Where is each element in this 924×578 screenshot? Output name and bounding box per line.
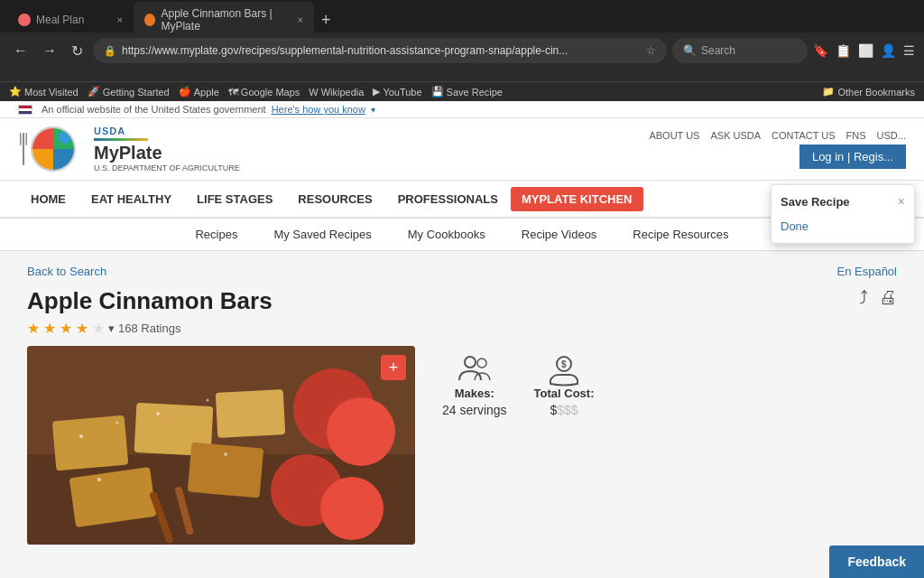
login-button[interactable]: Log in | Regis... bbox=[799, 144, 906, 169]
header-top-links: ABOUT US ASK USDA CONTACT US FNS USD... bbox=[649, 130, 906, 141]
svg-point-23 bbox=[477, 359, 486, 368]
fork-plate-logo bbox=[18, 126, 85, 172]
header-top-right: ABOUT US ASK USDA CONTACT US FNS USD... … bbox=[649, 130, 906, 169]
popup-close-button[interactable]: × bbox=[898, 194, 905, 209]
cost-label: Total Cost: bbox=[534, 387, 595, 400]
recipe-stats-row: Makes: 24 servings $ Total Cost: $$$$ bbox=[442, 355, 897, 417]
ask-usda-link[interactable]: ASK USDA bbox=[710, 130, 761, 141]
usd-link[interactable]: USD... bbox=[877, 130, 906, 141]
profile-icon[interactable]: 👤 bbox=[881, 43, 896, 58]
svg-rect-2 bbox=[26, 133, 28, 145]
popup-done-button[interactable]: Done bbox=[781, 219, 808, 233]
tab-favicon-1 bbox=[18, 14, 31, 26]
new-tab-button[interactable]: + bbox=[321, 11, 331, 30]
recipe-info: Makes: 24 servings $ Total Cost: $$$$ bbox=[442, 346, 897, 545]
nav-home[interactable]: HOME bbox=[18, 183, 79, 215]
tab-myplate[interactable]: Apple Cinnamon Bars | MyPlate × bbox=[134, 2, 314, 38]
rating-count: 168 Ratings bbox=[118, 322, 180, 335]
recipe-image: + bbox=[27, 346, 415, 545]
dropdown-chevron-icon: ▾ bbox=[371, 105, 375, 115]
share-button[interactable]: ⤴ bbox=[859, 287, 868, 308]
star-5: ★ bbox=[92, 320, 105, 337]
bookmark-getting-started[interactable]: 🚀 Getting Started bbox=[88, 86, 170, 98]
food-visual bbox=[27, 346, 415, 545]
svg-text:$: $ bbox=[561, 359, 567, 369]
browser-search-bar[interactable]: 🔍 Search bbox=[672, 38, 808, 63]
add-to-cookbook-button[interactable]: + bbox=[381, 355, 406, 380]
refresh-button[interactable]: ↻ bbox=[67, 41, 88, 61]
makes-value: 24 servings bbox=[442, 403, 507, 417]
bookmark-google-maps[interactable]: 🗺 Google Maps bbox=[228, 87, 300, 98]
star-icon[interactable]: ☆ bbox=[646, 44, 656, 57]
tab-close-2[interactable]: × bbox=[298, 14, 303, 25]
subnav-recipes[interactable]: Recipes bbox=[195, 228, 237, 241]
subnav-recipe-resources[interactable]: Recipe Resources bbox=[633, 228, 728, 241]
cost-block: $ Total Cost: $$$$ bbox=[534, 355, 595, 417]
bookmark-wikipedia[interactable]: W Wikipedia bbox=[309, 87, 364, 98]
svg-point-19 bbox=[207, 399, 209, 402]
bookmark-save-recipe[interactable]: 💾 Save Recipe bbox=[431, 86, 503, 98]
nav-resources[interactable]: RESOURCES bbox=[285, 183, 384, 215]
bookmarks-bar: ⭐ Most Visited 🚀 Getting Started 🍎 Apple… bbox=[0, 81, 924, 101]
recipe-title: Apple Cinnamon Bars bbox=[27, 287, 273, 315]
forward-button[interactable]: → bbox=[38, 41, 61, 61]
subnav-cookbooks[interactable]: My Cookbooks bbox=[408, 228, 485, 241]
bookmark-icon[interactable]: 🔖 bbox=[813, 43, 828, 58]
star-2: ★ bbox=[43, 320, 56, 337]
usda-badge: USDA MyPlate U.S. DEPARTMENT OF AGRICULT… bbox=[94, 126, 240, 172]
back-button[interactable]: ← bbox=[9, 41, 32, 61]
feedback-button[interactable]: Feedback bbox=[829, 545, 924, 578]
contact-us-link[interactable]: CONTACT US bbox=[772, 130, 836, 141]
main-content: Back to Search En Español Apple Cinnamon… bbox=[0, 251, 924, 578]
bookmark-youtube[interactable]: ▶ YouTube bbox=[373, 86, 421, 98]
tab-meal-plan[interactable]: Meal Plan × bbox=[7, 8, 134, 32]
address-bar[interactable]: 🔒 https://www.myplate.gov/recipes/supple… bbox=[93, 38, 667, 63]
myplate-circle-icon bbox=[31, 126, 76, 172]
site-header: USDA MyPlate U.S. DEPARTMENT OF AGRICULT… bbox=[0, 118, 924, 181]
food-image-svg bbox=[27, 346, 415, 545]
subnav-recipe-videos[interactable]: Recipe Videos bbox=[522, 228, 597, 241]
windows-icon[interactable]: ⬜ bbox=[858, 43, 873, 58]
bookmark-apple[interactable]: 🍎 Apple bbox=[179, 86, 219, 98]
nav-myplate-kitchen[interactable]: MYPLATE KITCHEN bbox=[511, 187, 643, 211]
makes-label: Makes: bbox=[455, 387, 494, 400]
nav-life-stages[interactable]: LIFE STAGES bbox=[184, 183, 285, 215]
heres-how-link[interactable]: Here's how you know bbox=[272, 104, 365, 115]
svg-point-11 bbox=[327, 397, 395, 466]
print-button[interactable]: 🖨 bbox=[879, 287, 897, 308]
nav-professionals[interactable]: PROFESSIONALS bbox=[385, 183, 511, 215]
star-4: ★ bbox=[76, 320, 88, 337]
star-1: ★ bbox=[27, 320, 40, 337]
history-icon[interactable]: 📋 bbox=[836, 43, 851, 58]
official-bar: An official website of the United States… bbox=[0, 101, 924, 118]
bookmark-most-visited[interactable]: ⭐ Most Visited bbox=[9, 86, 79, 98]
page-content: An official website of the United States… bbox=[0, 101, 924, 578]
fns-link[interactable]: FNS bbox=[846, 130, 866, 141]
back-to-search-link[interactable]: Back to Search bbox=[27, 265, 106, 278]
top-links-row: Back to Search En Español bbox=[27, 265, 897, 278]
browser-search-icon: 🔍 bbox=[683, 44, 697, 57]
bookmark-other[interactable]: 📁 Other Bookmarks bbox=[822, 86, 915, 98]
makes-block: Makes: 24 servings bbox=[442, 355, 507, 417]
myplate-brand: MyPlate bbox=[94, 143, 162, 163]
usda-line bbox=[94, 138, 148, 141]
svg-rect-8 bbox=[188, 443, 263, 499]
nav-eat-healthy[interactable]: EAT HEALTHY bbox=[79, 183, 184, 215]
tab-favicon-2 bbox=[144, 14, 155, 26]
tab-label-2: Apple Cinnamon Bars | MyPlate bbox=[161, 7, 297, 33]
rating-dropdown-icon[interactable]: ▾ bbox=[108, 322, 115, 335]
official-bar-text: An official website of the United States… bbox=[42, 104, 266, 115]
en-espanol-link[interactable]: En Español bbox=[837, 265, 898, 278]
popup-header: Save Recipe × bbox=[781, 194, 905, 209]
svg-point-22 bbox=[465, 357, 476, 368]
usda-label: USDA bbox=[94, 126, 125, 136]
svg-rect-9 bbox=[216, 389, 286, 438]
subnav-saved-recipes[interactable]: My Saved Recipes bbox=[273, 228, 371, 241]
about-us-link[interactable]: ABOUT US bbox=[649, 130, 699, 141]
tab-close-1[interactable]: × bbox=[117, 14, 123, 25]
svg-point-21 bbox=[224, 452, 227, 456]
save-recipe-popup: Save Recipe × Done bbox=[771, 184, 915, 244]
menu-icon[interactable]: ☰ bbox=[903, 43, 915, 58]
rating-row: ★ ★ ★ ★ ★ ▾ 168 Ratings bbox=[27, 320, 897, 337]
cost-icon: $ bbox=[546, 355, 582, 387]
